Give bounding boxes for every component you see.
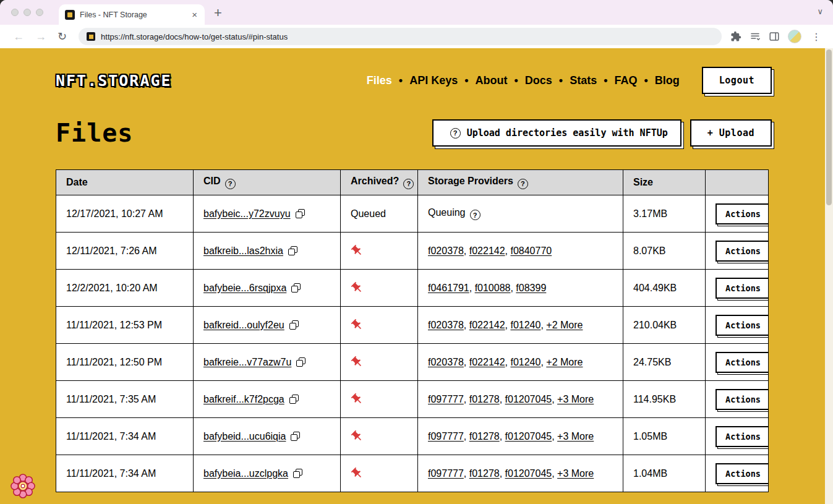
provider-link[interactable]: f020378 bbox=[428, 246, 464, 256]
file-size-cell: 3.17MB bbox=[623, 195, 706, 233]
provider-link[interactable]: f097777 bbox=[428, 394, 464, 404]
actions-cell: Actions bbox=[706, 418, 769, 455]
reading-list-icon[interactable] bbox=[750, 31, 761, 42]
cid-link[interactable]: bafkreie...v77azw7u bbox=[203, 357, 291, 367]
cid-link[interactable]: bafybeia...uzclpgka bbox=[203, 468, 288, 479]
actions-button[interactable]: Actions bbox=[716, 241, 769, 262]
copy-icon[interactable] bbox=[291, 283, 301, 293]
close-window-button[interactable] bbox=[11, 9, 19, 16]
nft-storage-logo[interactable]: NFT.STORAGE bbox=[56, 72, 172, 90]
file-date-cell: 11/11/2021, 12:50 PM bbox=[56, 344, 194, 381]
nav-item-faq[interactable]: FAQ bbox=[614, 74, 637, 87]
cid-link[interactable]: bafybeie...6rsqjpxa bbox=[203, 283, 286, 293]
archived-status-cell bbox=[341, 344, 418, 381]
provider-link[interactable]: f022142 bbox=[469, 357, 505, 367]
file-cid-cell: bafybeia...uzclpgka bbox=[194, 455, 341, 492]
provider-link[interactable]: f01278 bbox=[469, 468, 500, 479]
provider-link[interactable]: f01240 bbox=[510, 320, 540, 330]
copy-icon[interactable] bbox=[296, 209, 305, 218]
tab-search-chevron-icon[interactable]: ∨ bbox=[817, 7, 823, 16]
help-icon[interactable]: ? bbox=[470, 210, 481, 220]
cid-link[interactable]: bafkreib...las2hxia bbox=[203, 246, 283, 256]
new-tab-button[interactable]: + bbox=[214, 5, 222, 21]
cid-link[interactable]: bafybeic...y72zvuyu bbox=[203, 208, 291, 219]
help-icon[interactable]: ? bbox=[403, 179, 414, 189]
extensions-icon[interactable] bbox=[730, 31, 741, 42]
provider-link[interactable]: f01278 bbox=[469, 431, 500, 442]
provider-link[interactable]: f097777 bbox=[428, 431, 464, 442]
provider-link[interactable]: f020378 bbox=[428, 357, 464, 367]
back-icon[interactable]: ← bbox=[7, 31, 30, 42]
provider-link[interactable]: f08399 bbox=[516, 283, 546, 293]
more-providers-link[interactable]: +3 More bbox=[557, 431, 594, 442]
more-providers-link[interactable]: +3 More bbox=[557, 394, 594, 404]
provider-link[interactable]: f022142 bbox=[469, 246, 505, 256]
actions-button[interactable]: Actions bbox=[716, 352, 769, 373]
copy-icon[interactable] bbox=[291, 432, 300, 441]
page-scrollbar[interactable] bbox=[825, 48, 833, 504]
provider-link[interactable]: f022142 bbox=[469, 320, 505, 330]
copy-icon[interactable] bbox=[289, 395, 299, 404]
table-row: 11/11/2021, 7:35 AMbafkreif...k7f2pcgaf0… bbox=[56, 381, 769, 418]
column-label: Archived? bbox=[351, 176, 399, 186]
copy-icon[interactable] bbox=[288, 246, 297, 255]
provider-link[interactable]: f097777 bbox=[428, 468, 464, 479]
minimize-window-button[interactable] bbox=[23, 9, 31, 16]
upload-button[interactable]: + Upload bbox=[690, 119, 772, 147]
scrollbar-thumb[interactable] bbox=[826, 49, 832, 205]
cid-link[interactable]: bafybeid...ucu6iqia bbox=[203, 431, 286, 442]
more-providers-link[interactable]: +3 More bbox=[557, 468, 594, 479]
nav-item-files[interactable]: Files bbox=[367, 74, 392, 87]
side-panel-icon[interactable] bbox=[769, 31, 780, 42]
nav-item-about[interactable]: About bbox=[476, 74, 508, 87]
actions-button[interactable]: Actions bbox=[716, 463, 769, 484]
provider-link[interactable]: f01207045 bbox=[505, 431, 552, 442]
column-label: CID bbox=[203, 176, 221, 186]
provider-link[interactable]: f01240 bbox=[510, 357, 540, 367]
file-size-cell: 24.75KB bbox=[623, 344, 706, 381]
copy-icon[interactable] bbox=[289, 320, 299, 330]
provider-link[interactable]: f01207045 bbox=[505, 394, 552, 404]
help-icon[interactable]: ? bbox=[518, 179, 528, 189]
provider-link[interactable]: f01207045 bbox=[505, 468, 552, 479]
provider-link[interactable]: f010088 bbox=[475, 283, 511, 293]
logout-button[interactable]: Logout bbox=[702, 67, 772, 94]
nav-item-api-keys[interactable]: API Keys bbox=[409, 74, 458, 87]
forward-icon[interactable]: → bbox=[30, 31, 52, 42]
nav-item-stats[interactable]: Stats bbox=[570, 74, 597, 87]
column-header-cid: CID? bbox=[194, 170, 341, 195]
nav-item-blog[interactable]: Blog bbox=[655, 74, 680, 87]
close-tab-icon[interactable]: × bbox=[190, 10, 199, 19]
browser-menu-icon[interactable]: ⋮ bbox=[810, 31, 823, 43]
nftup-button[interactable]: ? Upload directories easily with NFTUp bbox=[432, 119, 681, 147]
queued-status: Queued bbox=[351, 208, 386, 219]
page-content: NFT.STORAGE Files•API Keys•About•Docs•St… bbox=[0, 48, 833, 504]
provider-link[interactable]: f01278 bbox=[469, 394, 500, 404]
copy-icon[interactable] bbox=[293, 469, 302, 478]
more-providers-link[interactable]: +2 More bbox=[546, 320, 583, 330]
maximize-window-button[interactable] bbox=[36, 9, 43, 16]
actions-button[interactable]: Actions bbox=[716, 278, 769, 299]
profile-avatar[interactable] bbox=[788, 30, 801, 43]
actions-button[interactable]: Actions bbox=[716, 203, 769, 224]
provider-link[interactable]: f020378 bbox=[428, 320, 464, 330]
help-icon[interactable]: ? bbox=[225, 179, 236, 189]
column-header-providers: Storage Providers? bbox=[418, 170, 623, 195]
pin-icon bbox=[351, 393, 364, 406]
address-bar[interactable]: https://nft.storage/docs/how-to/get-stat… bbox=[79, 28, 722, 45]
file-date-cell: 12/17/2021, 10:27 AM bbox=[56, 195, 194, 233]
feedback-flower-icon[interactable] bbox=[10, 473, 36, 499]
actions-button[interactable]: Actions bbox=[716, 426, 769, 447]
actions-button[interactable]: Actions bbox=[716, 315, 769, 336]
copy-icon[interactable] bbox=[296, 357, 305, 367]
cid-link[interactable]: bafkreif...k7f2pcga bbox=[203, 394, 284, 404]
browser-tab[interactable]: Files - NFT Storage × bbox=[59, 4, 205, 25]
provider-link[interactable]: f0461791 bbox=[428, 283, 469, 293]
nav-item-docs[interactable]: Docs bbox=[525, 74, 552, 87]
more-providers-link[interactable]: +2 More bbox=[546, 357, 583, 367]
provider-link[interactable]: f0840770 bbox=[510, 246, 552, 256]
cid-link[interactable]: bafkreid...oulyf2eu bbox=[203, 320, 284, 330]
file-size-cell: 404.49KB bbox=[623, 270, 706, 307]
actions-button[interactable]: Actions bbox=[716, 389, 769, 410]
reload-icon[interactable]: ↻ bbox=[52, 31, 72, 42]
